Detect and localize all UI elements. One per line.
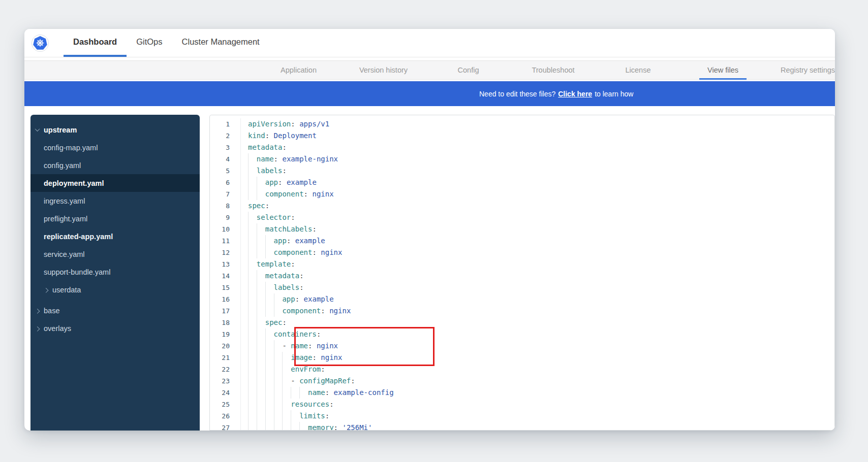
line-number: 23	[210, 375, 230, 387]
yaml-value: apps/v1	[299, 120, 329, 128]
primary-nav-items: DashboardGitOpsCluster Management	[64, 29, 269, 57]
line-number: 5	[210, 165, 230, 177]
code-line-20: - name: nginx	[248, 340, 834, 352]
line-number: 19	[210, 328, 230, 340]
tree-file-deployment-yaml[interactable]: deployment.yaml	[30, 174, 200, 192]
code-line-15: labels:	[248, 282, 834, 293]
tree-file-config-map-yaml[interactable]: config-map.yaml	[30, 139, 200, 156]
tree-folder-overlays[interactable]: overlays	[30, 319, 200, 337]
indent-guides	[248, 317, 265, 328]
yaml-colon: :	[278, 178, 282, 186]
chevron-right-icon[interactable]	[35, 309, 40, 314]
edit-files-banner: Need to edit these files?Click hereto le…	[24, 81, 835, 106]
line-number: 9	[210, 212, 230, 223]
line-number: 4	[210, 153, 230, 165]
kubernetes-logo-icon	[32, 35, 48, 52]
yaml-key: app	[282, 295, 295, 303]
code-line-25: resources:	[248, 399, 834, 410]
yaml-key: envFrom	[291, 365, 321, 373]
tab-label: Config	[450, 61, 487, 80]
yaml-colon: :	[312, 353, 316, 361]
banner-text-before: Need to edit these files?	[479, 90, 555, 98]
indent-guides	[248, 364, 291, 375]
tab-registry-settings[interactable]: Registry settings	[765, 60, 835, 80]
yaml-colon: :	[291, 120, 295, 128]
tree-file-support-bundle-yaml[interactable]: support-bundle.yaml	[30, 263, 200, 281]
code-line-21: image: nginx	[248, 352, 834, 364]
tab-license[interactable]: License	[596, 60, 680, 80]
tab-label: View files	[699, 61, 747, 80]
code-editor[interactable]: 1234567891011121314151617181920212223242…	[209, 115, 835, 431]
yaml-key: containers	[274, 330, 317, 338]
tree-folder-upstream[interactable]: upstream	[30, 121, 200, 139]
yaml-key: app	[265, 178, 278, 186]
code-line-18: spec:	[248, 317, 834, 328]
code-line-13: template:	[248, 258, 834, 270]
tree-file-ingress-yaml[interactable]: ingress.yaml	[30, 192, 200, 210]
tab-label: Application	[272, 61, 325, 80]
tab-version-history[interactable]: Version history	[341, 60, 426, 80]
tab-config[interactable]: Config	[426, 60, 511, 80]
yaml-colon: :	[287, 237, 291, 245]
chevron-right-icon[interactable]	[44, 288, 49, 293]
line-number: 18	[210, 317, 230, 328]
topnav-item-gitops[interactable]: GitOps	[127, 29, 172, 57]
tree-item-label: config.yaml	[44, 161, 81, 170]
code-line-2: kind: Deployment	[248, 130, 834, 142]
yaml-key: metadata	[265, 272, 299, 280]
code-line-17: component: nginx	[248, 305, 834, 317]
indent-guides	[248, 422, 308, 431]
yaml-colon: :	[299, 283, 303, 291]
tree-item-label: overlays	[44, 324, 71, 333]
line-number: 16	[210, 293, 230, 305]
indent-guides	[248, 270, 265, 282]
yaml-value: nginx	[312, 190, 333, 198]
tree-item-label: upstream	[44, 126, 77, 134]
yaml-key: name	[257, 155, 274, 163]
yaml-key: spec	[265, 318, 283, 326]
yaml-colon: :	[274, 155, 278, 163]
yaml-value: nginx	[321, 353, 342, 361]
yaml-key: resources	[291, 400, 329, 408]
tree-file-config-yaml[interactable]: config.yaml	[30, 156, 200, 174]
line-number: 7	[210, 188, 230, 200]
tree-folder-userdata[interactable]: userdata	[30, 281, 200, 299]
tab-application[interactable]: Application	[256, 60, 341, 80]
yaml-colon: :	[321, 365, 325, 373]
yaml-value: nginx	[329, 307, 351, 315]
line-number: 24	[210, 387, 230, 399]
tree-file-service-yaml[interactable]: service.yaml	[30, 245, 200, 263]
indent-guides	[248, 153, 257, 165]
chevron-down-icon[interactable]	[35, 126, 40, 131]
tab-view-files[interactable]: View files	[680, 60, 765, 80]
tab-troubleshoot[interactable]: Troubleshoot	[511, 60, 596, 80]
indent-guides	[248, 177, 265, 188]
yaml-key: spec	[248, 202, 265, 210]
topnav-item-dashboard[interactable]: Dashboard	[64, 29, 127, 57]
indent-guides	[248, 328, 274, 340]
editor-code-pane: apiVersion: apps/v1kind: Deploymentmetad…	[241, 118, 834, 430]
yaml-colon: :	[329, 400, 333, 408]
yaml-key: selector	[257, 213, 291, 221]
yaml-value: nginx	[321, 248, 342, 256]
app-tab-cells: ApplicationVersion historyConfigTroubles…	[256, 60, 835, 80]
indent-guides	[248, 399, 291, 410]
yaml-key: labels	[257, 167, 283, 175]
tree-folder-base[interactable]: base	[30, 302, 200, 319]
line-number: 6	[210, 177, 230, 188]
tree-item-label: config-map.yaml	[44, 144, 98, 152]
code-line-5: labels:	[248, 165, 834, 177]
tree-file-replicated-app-yaml[interactable]: replicated-app.yaml	[30, 227, 200, 245]
banner-click-here-link[interactable]: Click here	[558, 90, 592, 98]
yaml-colon: :	[317, 330, 321, 338]
yaml-colon: :	[312, 248, 316, 256]
tree-file-preflight-yaml[interactable]: preflight.yaml	[30, 210, 200, 227]
indent-guides	[248, 352, 291, 364]
yaml-colon: :	[325, 388, 329, 397]
topnav-item-cluster-management[interactable]: Cluster Management	[172, 29, 269, 57]
code-line-6: app: example	[248, 177, 834, 188]
yaml-colon: :	[351, 377, 355, 385]
line-number: 27	[210, 422, 230, 431]
edit-files-banner-text: Need to edit these files?Click hereto le…	[479, 90, 633, 98]
chevron-right-icon[interactable]	[35, 326, 40, 332]
